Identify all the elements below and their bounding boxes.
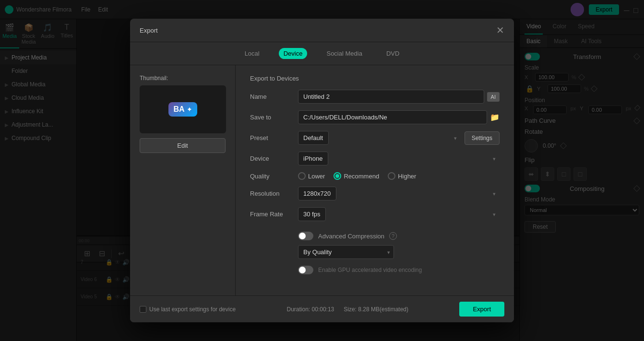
adv-compress-label: Advanced Compression	[318, 233, 384, 240]
device-row: Device iPhone	[250, 152, 500, 165]
dialog-body: Thumbnail: BA ✦ Edit Export to Devices N…	[130, 65, 514, 295]
duration-info: Duration: 00:00:13	[287, 306, 334, 313]
dialog-tab-device[interactable]: Device	[279, 48, 308, 59]
footer-left: Use last export settings for device	[140, 306, 236, 313]
radio-lower-circle	[298, 172, 306, 180]
dialog-tab-dvd[interactable]: DVD	[382, 48, 404, 59]
preset-select[interactable]: Default	[298, 131, 329, 145]
frame-rate-select[interactable]: 30 fps	[298, 207, 326, 221]
save-to-row: Save to 📁	[250, 110, 500, 124]
ai-icon: ✦	[187, 106, 192, 113]
by-quality-select[interactable]: By Quality	[298, 245, 394, 259]
export-dialog: Export ✕ Local Device Social Media DVD T…	[130, 19, 514, 322]
checkbox-box	[140, 306, 146, 313]
dialog-tabs: Local Device Social Media DVD	[130, 42, 514, 65]
quality-row: Quality Lower Recommend	[250, 172, 500, 180]
size-value: 8.28 MB(estimated)	[358, 306, 408, 313]
device-label: Device	[250, 155, 298, 162]
quality-recommend[interactable]: Recommend	[334, 172, 379, 180]
quality-higher-label: Higher	[398, 173, 416, 180]
dialog-right-panel: Export to Devices Name AI Save to 📁 Pres…	[236, 65, 514, 295]
adv-compress-row: Advanced Compression ?	[250, 232, 500, 240]
duration-value: 00:00:13	[312, 306, 334, 313]
quality-lower[interactable]: Lower	[298, 172, 325, 180]
save-to-label: Save to	[250, 114, 298, 121]
quality-higher[interactable]: Higher	[388, 172, 416, 180]
dialog-tab-local[interactable]: Local	[240, 48, 264, 59]
gpu-label: Enable GPU accelerated video encoding	[318, 267, 422, 273]
radio-recommend-dot	[335, 174, 339, 178]
quality-select-container: By Quality	[298, 245, 394, 259]
dialog-left-panel: Thumbnail: BA ✦ Edit	[130, 65, 236, 295]
dialog-close-button[interactable]: ✕	[496, 25, 504, 35]
device-select[interactable]: iPhone	[298, 152, 328, 165]
settings-button[interactable]: Settings	[465, 131, 500, 145]
footer-info: Duration: 00:00:13 Size: 8.28 MB(estimat…	[287, 306, 409, 313]
adv-compress-toggle[interactable]	[298, 232, 313, 240]
duration-label: Duration:	[287, 306, 310, 313]
ai-badge: BA ✦	[168, 102, 197, 117]
size-info: Size: 8.28 MB(estimated)	[344, 306, 408, 313]
name-input[interactable]	[298, 90, 484, 104]
checkbox-label: Use last export settings for device	[149, 306, 236, 313]
frame-rate-label: Frame Rate	[250, 211, 298, 218]
preset-row: Preset Default Settings	[250, 131, 500, 145]
dialog-title: Export	[140, 27, 158, 34]
device-select-wrap: iPhone	[298, 152, 500, 165]
thumbnail-edit-button[interactable]: Edit	[140, 138, 226, 153]
resolution-row: Resolution 1280x720	[250, 187, 500, 200]
gpu-toggle[interactable]	[298, 266, 313, 274]
preset-select-wrap: Default	[298, 131, 461, 145]
dialog-header: Export ✕	[130, 19, 514, 42]
resolution-select-wrap: 1280x720	[298, 187, 500, 200]
save-to-input[interactable]	[298, 110, 487, 124]
name-label: Name	[250, 93, 298, 100]
name-row: Name AI	[250, 90, 500, 104]
resolution-label: Resolution	[250, 190, 298, 197]
adv-compress-info-icon[interactable]: ?	[389, 232, 397, 240]
quality-radio-group: Lower Recommend Higher	[298, 172, 500, 180]
size-label: Size:	[344, 306, 357, 313]
export-section-title: Export to Devices	[250, 75, 500, 82]
dialog-tab-social-media[interactable]: Social Media	[322, 48, 367, 59]
ai-autofill-button[interactable]: AI	[487, 92, 500, 102]
quality-lower-label: Lower	[308, 173, 325, 180]
dialog-footer: Use last export settings for device Dura…	[130, 295, 514, 322]
radio-higher-circle	[388, 172, 395, 180]
ai-badge-text: BA	[173, 105, 184, 114]
frame-rate-row: Frame Rate 30 fps	[250, 207, 500, 221]
preset-label: Preset	[250, 134, 298, 141]
frame-rate-select-wrap: 30 fps	[298, 207, 500, 221]
gpu-row: Enable GPU accelerated video encoding	[250, 266, 500, 274]
thumbnail-box: BA ✦	[140, 85, 226, 133]
last-settings-checkbox[interactable]: Use last export settings for device	[140, 306, 236, 313]
quality-label: Quality	[250, 173, 298, 180]
browse-folder-button[interactable]: 📁	[490, 113, 500, 122]
radio-recommend-circle	[334, 172, 341, 180]
quality-recommend-label: Recommend	[344, 173, 379, 180]
dialog-overlay: Export ✕ Local Device Social Media DVD T…	[0, 0, 644, 341]
export-button[interactable]: Export	[459, 302, 504, 317]
thumbnail-label: Thumbnail:	[140, 75, 226, 82]
resolution-select[interactable]: 1280x720	[298, 187, 336, 200]
